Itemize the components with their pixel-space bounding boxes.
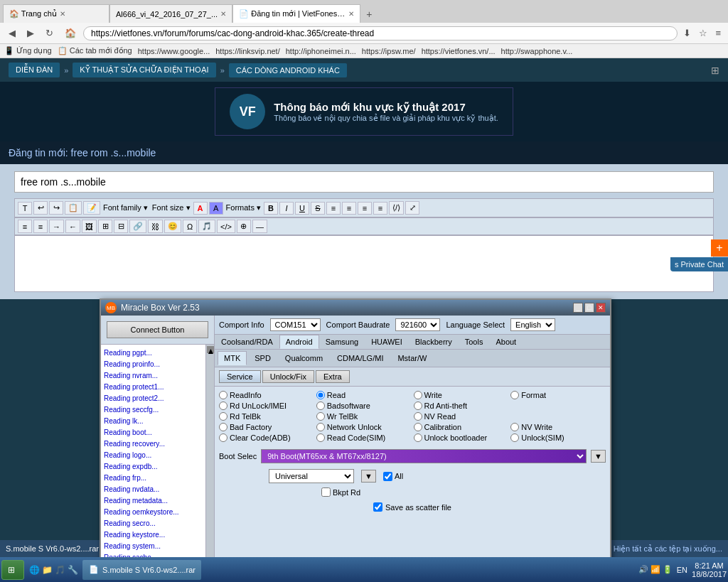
address-input[interactable] — [83, 26, 678, 41]
tb-formats[interactable]: Formats ▾ — [226, 203, 261, 212]
tb-font-size[interactable]: Font size ▾ — [152, 203, 191, 212]
tb-code[interactable]: </> — [217, 220, 235, 233]
subtab-extra[interactable]: Extra — [316, 370, 350, 383]
opt-clear-code-radio[interactable] — [219, 433, 228, 442]
check-bkpt-input[interactable] — [321, 487, 331, 497]
tb-spoiler[interactable]: ⊕ — [237, 220, 251, 233]
start-menu-button[interactable]: ⊞ — [1, 560, 24, 580]
bookmark-iphoneimei[interactable]: http://iphoneimei.n... — [286, 47, 356, 55]
opt-rd-unlock-radio[interactable] — [219, 402, 228, 410]
tb-copy[interactable]: 📋 — [65, 201, 82, 215]
tb-table2[interactable]: ⊟ — [114, 220, 128, 233]
tb-expand[interactable]: ⤢ — [405, 201, 419, 215]
reload-button[interactable]: ↻ — [41, 26, 58, 41]
folder-icon[interactable]: 📁 — [41, 564, 53, 576]
tb-hide[interactable]: — — [252, 220, 267, 233]
nav-android[interactable]: CÁC DÒNG ANDROID KHÁC — [229, 63, 347, 77]
tb-list-ol[interactable]: ≡ — [33, 220, 48, 233]
opt-readinfo-radio[interactable] — [219, 391, 228, 399]
subtab-qualcomm[interactable]: Qualcomm — [279, 351, 329, 365]
tb-font-family[interactable]: Font family ▾ — [103, 203, 148, 212]
subtab-cdma[interactable]: CDMA/LG/MI — [331, 351, 390, 365]
save-scatter-input[interactable] — [373, 502, 382, 512]
com-port-select[interactable]: COM151 — [270, 318, 321, 331]
back-button[interactable]: ◀ — [4, 26, 20, 41]
tb-italic[interactable]: I — [279, 202, 294, 215]
tb-table[interactable]: ⊞ — [98, 220, 112, 233]
opt-calibration-radio[interactable] — [414, 423, 422, 431]
close-button[interactable]: ✕ — [596, 303, 606, 313]
tab-coolsand[interactable]: Coolsand/RDA — [215, 335, 279, 349]
tab-android[interactable]: Android — [279, 335, 319, 349]
log-scrollbar[interactable]: ▲ ▼ — [205, 345, 214, 582]
tab-3-close[interactable]: ✕ — [348, 10, 354, 18]
universal-select[interactable]: Universal — [269, 469, 354, 483]
opt-read-code-sim-radio[interactable] — [316, 433, 325, 442]
tb-source[interactable]: ⟨/⟩ — [389, 201, 404, 215]
tb-outdent[interactable]: ← — [65, 220, 80, 233]
media-icon[interactable]: 🎵 — [54, 564, 65, 576]
opt-unlock-boot-radio[interactable] — [414, 433, 422, 442]
app-icon[interactable]: 🔧 — [67, 564, 78, 576]
opt-write-radio[interactable] — [414, 391, 422, 399]
editor-body[interactable] — [14, 235, 714, 292]
subtab-mstar[interactable]: Mstar/W — [391, 351, 433, 365]
language-select[interactable]: English — [510, 318, 555, 331]
tb-special[interactable]: Ω — [183, 220, 197, 233]
opt-format-radio[interactable] — [510, 391, 519, 399]
tab-tools[interactable]: Tools — [459, 335, 490, 349]
tb-link[interactable]: 🔗 — [129, 220, 146, 233]
minimize-button[interactable]: _ — [573, 303, 583, 313]
tb-paste[interactable]: 📝 — [83, 201, 100, 215]
connect-button[interactable]: Connect Button — [107, 321, 208, 338]
tab-samsung[interactable]: Samsung — [319, 335, 365, 349]
nav-dien-dan[interactable]: DIỄN ĐÀN — [9, 63, 60, 77]
subtab-mtk[interactable]: MTK — [218, 351, 247, 365]
tab-blackberry[interactable]: Blackberry — [409, 335, 459, 349]
opt-rd-antitheft-radio[interactable] — [414, 402, 422, 410]
star-button[interactable]: ☆ — [696, 26, 710, 40]
opt-unlock-sim-radio[interactable] — [510, 433, 519, 442]
maximize-button[interactable]: □ — [584, 303, 594, 313]
tab-2-close[interactable]: ✕ — [220, 10, 226, 18]
taskbar-item-file[interactable]: 📄 S.mobile S Vr6.0-ws2....rar — [82, 560, 201, 580]
opt-nv-write-radio[interactable] — [510, 423, 519, 431]
check-all-input[interactable] — [383, 472, 392, 481]
subtab-unlock[interactable]: Unlock/Fix — [262, 370, 314, 383]
tb-strike[interactable]: S — [311, 202, 325, 215]
home-button[interactable]: 🏠 — [60, 26, 80, 41]
tb-redo[interactable]: ↪ — [49, 201, 63, 215]
tb-align-left[interactable]: ≡ — [326, 202, 341, 215]
baud-rate-select[interactable]: 921600 — [395, 318, 440, 331]
scroll-up[interactable]: ▲ — [207, 346, 214, 353]
tb-media[interactable]: 🎵 — [198, 220, 215, 233]
tb-unlink[interactable]: ⛓ — [148, 220, 163, 233]
opt-rd-telbk-radio[interactable] — [219, 412, 228, 421]
bookmark-linksvip[interactable]: https://linksvip.net/ — [215, 47, 280, 55]
opt-network-unlock-radio[interactable] — [316, 423, 325, 431]
tab-2[interactable]: Al666_vi_42_2016_07_27_... ✕ — [109, 4, 232, 23]
subtab-service[interactable]: Service — [219, 370, 261, 383]
tb-align-justify[interactable]: ≡ — [373, 202, 387, 215]
opt-nv-read-radio[interactable] — [414, 412, 422, 421]
tb-align-right[interactable]: ≡ — [358, 202, 372, 215]
bookmark-tabs[interactable]: 📋 Các tab mới đồng — [58, 46, 132, 55]
expand-button[interactable]: ⊞ — [711, 65, 719, 76]
tb-emoji[interactable]: 😊 — [164, 220, 181, 233]
bookmark-swapphone[interactable]: http://swapphone.v... — [501, 47, 573, 55]
tb-list-ul[interactable]: ≡ — [18, 220, 32, 233]
opt-badsoftware-radio[interactable] — [316, 402, 325, 410]
boot-select-action[interactable]: ▼ — [591, 450, 606, 463]
tab-3[interactable]: 📄 Đăng tin mới | VietFones.v... ✕ — [232, 4, 360, 23]
bookmark-ipsw[interactable]: https://ipsw.me/ — [362, 47, 416, 55]
ie-icon[interactable]: 🌐 — [28, 564, 40, 576]
tb-font-bg[interactable]: A — [209, 202, 223, 215]
subtab-spd[interactable]: SPD — [248, 351, 277, 365]
bookmark-vietfones[interactable]: https://vietfones.vn/... — [422, 47, 496, 55]
forward-button[interactable]: ▶ — [23, 26, 38, 41]
tb-font-color[interactable]: A — [193, 202, 208, 215]
post-title-input[interactable] — [14, 171, 714, 193]
download-notification[interactable]: Hiện tất cả các tệp tại xuống... — [614, 544, 722, 554]
tab-about[interactable]: About — [489, 335, 523, 349]
private-chat-plus[interactable]: + — [711, 239, 728, 257]
